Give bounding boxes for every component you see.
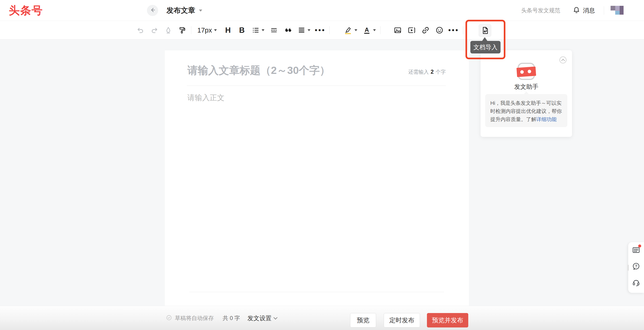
- svg-text:A: A: [364, 27, 369, 33]
- align-icon: [298, 26, 306, 34]
- panel-handle[interactable]: [627, 265, 629, 271]
- preview-button[interactable]: 预览: [350, 313, 376, 327]
- clear-format-icon: [164, 26, 172, 34]
- clear-format-button[interactable]: [163, 24, 174, 37]
- link-icon: [421, 26, 430, 34]
- undo-button[interactable]: [135, 24, 146, 37]
- heading-label: H: [225, 26, 231, 35]
- chevron-down-icon: [214, 29, 217, 31]
- highlight-pen-icon: [344, 26, 352, 34]
- header: 头条号 发布文章 头条号发文规范 消息: [0, 0, 644, 21]
- redo-button[interactable]: [149, 24, 160, 37]
- emoji-icon: [435, 26, 444, 34]
- article-body-input[interactable]: 请输入正文: [187, 93, 224, 103]
- redo-icon: [150, 26, 158, 34]
- bell-icon: [573, 6, 580, 15]
- title-char-counter: 还需输入 2 个字: [408, 69, 446, 76]
- counter-value: 2: [431, 69, 434, 75]
- format-brush-icon: [178, 26, 186, 34]
- page-title-dropdown-caret-icon[interactable]: [199, 10, 202, 12]
- more-icon: •••: [448, 26, 459, 34]
- preview-and-publish-button[interactable]: 预览并发布: [427, 313, 468, 327]
- customer-service-button[interactable]: [632, 278, 641, 287]
- insert-link-button[interactable]: [420, 24, 431, 37]
- assistant-detail-link[interactable]: 详细功能: [536, 116, 557, 122]
- bullet-list-icon: [252, 26, 260, 34]
- blockquote-icon: [284, 26, 292, 34]
- undo-icon: [136, 26, 145, 34]
- image-icon: [394, 26, 402, 34]
- toutiao-logo[interactable]: 头条号: [9, 3, 43, 18]
- toolbar-divider: [380, 26, 380, 34]
- collapse-button[interactable]: [560, 57, 566, 64]
- divider-line-button[interactable]: [269, 24, 279, 37]
- chevron-down-icon: [262, 29, 264, 31]
- messages-button[interactable]: 消息: [573, 6, 595, 15]
- svg-text:?: ?: [635, 264, 637, 268]
- assistant-title: 发文助手: [480, 83, 572, 91]
- more-icon: •••: [315, 26, 326, 34]
- bold-button[interactable]: B: [237, 24, 247, 37]
- align-dropdown[interactable]: [297, 24, 311, 37]
- footer-bar: 草稿将自动保存 共 0 字 发文设置 预览 定时发布 预览并发布: [0, 306, 644, 330]
- header-center: 发布文章: [147, 0, 202, 21]
- font-size-dropdown[interactable]: 17px: [195, 24, 219, 37]
- autosave-status: 草稿将自动保存: [175, 314, 214, 322]
- font-color-dropdown[interactable]: A: [362, 24, 376, 37]
- format-brush-button[interactable]: [177, 24, 187, 37]
- insert-emoji-button[interactable]: [434, 24, 444, 37]
- help-button[interactable]: ?: [632, 262, 641, 271]
- chevron-down-icon: [308, 29, 310, 31]
- header-divider: [604, 6, 604, 15]
- highlight-dropdown[interactable]: [343, 24, 358, 37]
- header-right: 头条号发文规范 消息: [521, 0, 624, 21]
- toolbar-divider: [330, 26, 330, 34]
- annotation-box: [466, 20, 506, 59]
- question-bubble-icon: ?: [632, 262, 640, 270]
- list-dropdown[interactable]: [251, 24, 265, 37]
- chevron-up-icon: [561, 59, 565, 63]
- chevron-down-icon: [373, 29, 376, 31]
- more-insert-button[interactable]: •••: [448, 24, 459, 37]
- title-divider: [187, 86, 446, 86]
- font-size-value: 17px: [197, 27, 212, 34]
- video-icon: [408, 26, 416, 34]
- font-color-icon: A: [363, 26, 371, 34]
- blockquote-button[interactable]: [283, 24, 293, 37]
- messages-label: 消息: [583, 7, 595, 15]
- publishing-guideline-link[interactable]: 头条号发文规范: [521, 7, 560, 14]
- floating-side-panel: ?: [628, 242, 644, 293]
- more-tools-button[interactable]: •••: [315, 24, 326, 37]
- assistant-message: Hi，我是头条发文助手～可以实时检测内容提出优化建议，帮你提升内容质量。了解详细…: [485, 94, 568, 127]
- assistant-robot-icon: [518, 63, 535, 80]
- heading-button[interactable]: H: [223, 24, 233, 37]
- content-bottom-divider: [189, 292, 444, 292]
- chevron-down-icon: [354, 29, 357, 31]
- toolbar-divider: [463, 26, 463, 34]
- bold-label: B: [239, 26, 245, 35]
- chevron-down-icon[interactable]: [274, 315, 278, 319]
- toolbar-divider: [191, 26, 191, 34]
- drafts-board-button[interactable]: [632, 245, 641, 255]
- user-avatar[interactable]: [610, 6, 624, 15]
- publish-assistant-card: 发文助手 Hi，我是头条发文助手～可以实时检测内容提出优化建议，帮你提升内容质量…: [480, 50, 572, 137]
- editor-toolbar: 17px H B •••: [0, 21, 644, 40]
- counter-prefix: 还需输入: [408, 69, 429, 76]
- toolbar-right-group: A •••: [343, 21, 463, 40]
- check-circle-icon: [166, 315, 172, 322]
- back-arrow-icon: [150, 7, 156, 14]
- article-editor: 请输入文章标题（2～30个字） 还需输入 2 个字 请输入正文: [165, 51, 469, 306]
- insert-image-button[interactable]: [392, 24, 403, 37]
- publish-settings-toggle[interactable]: 发文设置: [248, 314, 272, 322]
- back-button[interactable]: [147, 5, 158, 16]
- footer-left: 草稿将自动保存 共 0 字 发文设置: [166, 306, 277, 330]
- page-title: 发布文章: [166, 6, 195, 15]
- toolbar-left-group: 17px H B •••: [135, 21, 330, 40]
- insert-video-button[interactable]: [406, 24, 417, 37]
- counter-suffix: 个字: [436, 69, 446, 76]
- headset-icon: [632, 278, 640, 287]
- toutiao-editor-page: 头条号 发布文章 头条号发文规范 消息: [0, 0, 644, 330]
- article-title-input[interactable]: 请输入文章标题（2～30个字）: [187, 64, 330, 77]
- word-count: 共 0 字: [223, 314, 240, 322]
- schedule-publish-button[interactable]: 定时发布: [384, 313, 420, 327]
